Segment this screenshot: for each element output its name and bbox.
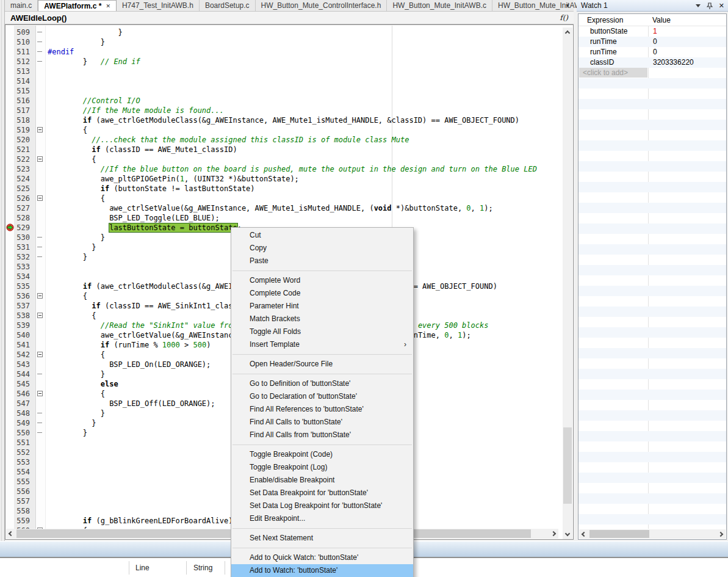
watch-grid[interactable]: Expression Value buttonState1runTime0run… (578, 13, 727, 540)
code-line-526[interactable]: 526 { (6, 194, 558, 203)
breakpoint-margin-cell[interactable] (6, 448, 14, 457)
code-line-523[interactable]: 523 //If the blue button on the board is… (6, 164, 558, 174)
watch-empty-row[interactable] (578, 213, 726, 223)
breakpoint-margin-cell[interactable] (6, 340, 14, 350)
watch-empty-row[interactable] (578, 172, 726, 182)
watch-empty-row[interactable] (578, 338, 726, 348)
code-line-522[interactable]: 522 { (6, 154, 558, 164)
breakpoint-margin-cell[interactable] (6, 86, 14, 96)
breakpoint-margin-cell[interactable] (6, 408, 14, 418)
code-line-521[interactable]: 521 if (classID == AWE_Mute1_classID) (6, 145, 558, 154)
scroll-right-icon[interactable] (551, 531, 556, 536)
breakpoint-margin-cell[interactable] (6, 145, 14, 154)
code-line-513[interactable]: 513 (6, 67, 558, 76)
watch-empty-row[interactable] (578, 161, 726, 172)
menu-item-complete-code[interactable]: Complete Code (231, 287, 413, 300)
code-line-509[interactable]: 509 } (6, 27, 558, 37)
watch-empty-row[interactable] (578, 452, 726, 462)
code-line-511[interactable]: 511#endif (6, 47, 558, 57)
menu-item-set-data-log-breakpoint-for-buttonstate[interactable]: Set Data Log Breakpoint for 'buttonState… (231, 499, 413, 512)
breakpoint-margin-cell[interactable] (6, 164, 14, 174)
column-header-value[interactable]: Value (652, 16, 671, 24)
watch-expression[interactable]: buttonState (590, 27, 627, 35)
column-header-expression[interactable]: Expression (587, 16, 623, 24)
menu-item-toggle-breakpoint-code[interactable]: Toggle Breakpoint (Code) (231, 448, 413, 461)
fold-collapse-icon[interactable] (37, 156, 43, 162)
breakpoint-margin-cell[interactable] (6, 516, 14, 526)
breakpoint-margin-cell[interactable] (6, 194, 14, 203)
code-line-517[interactable]: 517 //If the Mute module is found... (6, 106, 558, 115)
watch-empty-row[interactable] (578, 348, 726, 358)
menu-item-open-header-source-file[interactable]: Open Header/Source File (231, 358, 413, 371)
menu-item-toggle-all-folds[interactable]: Toggle All Folds (231, 325, 413, 338)
watch-empty-row[interactable] (578, 255, 726, 265)
code-line-519[interactable]: 519 { (6, 125, 558, 135)
watch-add-cell[interactable]: <click to add> (579, 68, 647, 78)
breakpoint-margin-cell[interactable] (6, 438, 14, 448)
code-line-525[interactable]: 525 if (buttonState != lastButtonState) (6, 184, 558, 194)
watch-empty-row[interactable] (578, 78, 726, 89)
menu-item-insert-template[interactable]: Insert Template› (231, 338, 413, 351)
tab-h747-test-initawb-h[interactable]: H747_Test_InitAWB.h (117, 0, 200, 11)
watch-hscroll-thumb[interactable] (589, 530, 649, 538)
code-line-516[interactable]: 516 //Control I/O (6, 96, 558, 106)
breakpoint-margin-cell[interactable] (6, 272, 14, 281)
menu-item-cut[interactable]: Cut (231, 229, 413, 242)
watch-empty-row[interactable] (578, 327, 726, 338)
fold-collapse-icon[interactable] (37, 293, 43, 299)
fold-collapse-icon[interactable] (37, 313, 43, 318)
scroll-right-icon[interactable] (718, 532, 723, 537)
breakpoint-margin-cell[interactable] (6, 301, 14, 311)
watch-empty-row[interactable] (578, 140, 726, 151)
watch-row-runtime[interactable]: runTime0 (578, 47, 726, 57)
menu-item-find-all-calls-from-buttonstate[interactable]: Find All Calls from 'buttonState' (231, 429, 413, 441)
code-line-524[interactable]: 524 awe_pltGPIOGetPin(1, (UINT32 *)&butt… (6, 174, 558, 184)
watch-expression[interactable]: classID (590, 58, 614, 67)
watch-row-classid[interactable]: classID3203336220 (578, 57, 726, 68)
tab-hw-button-mute-initawb-c[interactable]: HW_Button_Mute_InitAWB.c (387, 0, 492, 11)
code-line-518[interactable]: 518 if (awe_ctrlGetModuleClass(&g_AWEIns… (6, 115, 558, 125)
code-line-527[interactable]: 527 awe_ctrlSetValue(&g_AWEInstance, AWE… (6, 203, 558, 213)
scroll-left-icon[interactable] (9, 531, 13, 536)
breakpoint-margin-cell[interactable] (6, 27, 14, 37)
watch-empty-row[interactable] (578, 89, 726, 99)
menu-item-set-next-statement[interactable]: Set Next Statement (231, 532, 413, 545)
breakpoint-margin-cell[interactable] (6, 174, 14, 184)
function-list-icon[interactable]: f() (560, 13, 568, 22)
watch-empty-row[interactable] (578, 99, 726, 109)
watch-empty-row[interactable] (578, 244, 726, 255)
code-line-520[interactable]: 520 //...check that the module assigned … (6, 135, 558, 145)
tab-boardsetup-c[interactable]: BoardSetup.c (200, 0, 256, 11)
breakpoint-margin-cell[interactable] (6, 76, 14, 86)
breakpoint-margin-cell[interactable] (6, 233, 14, 242)
watch-hscrollbar[interactable] (579, 529, 726, 539)
menu-item-toggle-breakpoint-log[interactable]: Toggle Breakpoint (Log) (231, 461, 413, 474)
breakpoint-margin-cell[interactable] (6, 37, 14, 47)
watch-value[interactable]: 3203336220 (653, 58, 694, 67)
menu-item-go-to-definition-of-buttonstate[interactable]: Go to Definition of 'buttonState' (231, 377, 413, 390)
fold-collapse-icon[interactable] (37, 127, 43, 132)
breakpoint-margin-cell[interactable] (6, 96, 14, 106)
tab-overflow-dropdown-icon[interactable]: ▼ (565, 4, 570, 9)
menu-item-find-all-calls-to-buttonstate[interactable]: Find All Calls to 'buttonState' (231, 416, 413, 429)
breakpoint-margin-cell[interactable] (6, 57, 14, 67)
watch-empty-row[interactable] (578, 410, 726, 421)
breakpoint-margin-cell[interactable] (6, 252, 14, 262)
breakpoint-margin-cell[interactable] (6, 135, 14, 145)
watch-value[interactable]: 0 (653, 48, 657, 56)
breakpoint-margin-cell[interactable] (6, 350, 14, 360)
menu-item-add-to-watch-buttonstate[interactable]: Add to Watch: 'buttonState' (231, 564, 413, 577)
breakpoint-margin-cell[interactable] (6, 477, 14, 487)
breakpoint-margin-cell[interactable] (6, 213, 14, 223)
breakpoint-margin-cell[interactable] (6, 321, 14, 330)
tab-main-c[interactable]: main.c (5, 0, 38, 11)
watch-empty-row[interactable] (578, 473, 726, 483)
menu-item-complete-word[interactable]: Complete Word (231, 274, 413, 287)
breakpoint-margin-cell[interactable] (6, 184, 14, 194)
code-line-515[interactable]: 515 (6, 86, 558, 96)
watch-empty-row[interactable] (578, 504, 726, 514)
panel-close-icon[interactable]: ✕ (719, 2, 724, 9)
breakpoint-margin-cell[interactable] (6, 369, 14, 379)
watch-empty-row[interactable] (578, 390, 726, 400)
watch-empty-row[interactable] (578, 275, 726, 286)
